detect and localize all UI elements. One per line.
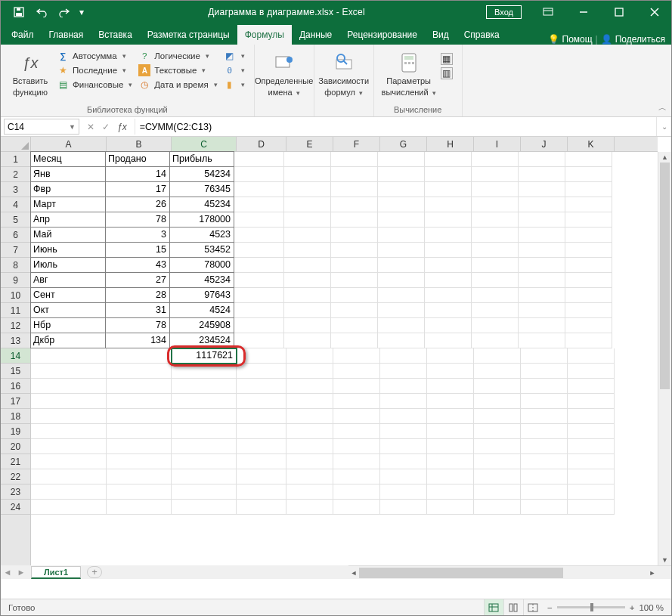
- undo-icon[interactable]: [31, 1, 52, 23]
- cell[interactable]: [333, 394, 380, 409]
- cell[interactable]: 178000: [169, 212, 234, 228]
- row-header[interactable]: 18: [1, 409, 30, 424]
- cell[interactable]: [519, 152, 565, 167]
- cell[interactable]: [472, 152, 519, 167]
- cell[interactable]: [237, 409, 286, 424]
- cell[interactable]: [568, 454, 615, 469]
- cell[interactable]: [427, 364, 474, 379]
- cell[interactable]: 28: [105, 287, 170, 303]
- cell[interactable]: [472, 258, 519, 273]
- redo-icon[interactable]: [54, 1, 75, 23]
- cell[interactable]: [472, 303, 519, 318]
- cell[interactable]: [31, 364, 107, 379]
- cell[interactable]: [378, 167, 425, 182]
- cell[interactable]: Окт: [30, 302, 106, 318]
- vertical-scrollbar[interactable]: ▲ ▼: [658, 152, 671, 565]
- cell[interactable]: [565, 212, 612, 228]
- cell[interactable]: 45234: [169, 272, 234, 288]
- cell[interactable]: [378, 212, 425, 228]
- cell[interactable]: [333, 409, 380, 424]
- cell[interactable]: [333, 469, 380, 484]
- tab-справка[interactable]: Справка: [457, 25, 507, 45]
- row-header[interactable]: 16: [1, 379, 30, 394]
- cell[interactable]: [519, 167, 565, 182]
- cell[interactable]: [107, 348, 172, 364]
- cell[interactable]: [427, 409, 474, 424]
- cell[interactable]: [565, 318, 612, 333]
- cell[interactable]: [427, 484, 474, 500]
- cell[interactable]: [234, 182, 284, 197]
- cell[interactable]: [234, 167, 284, 182]
- cell[interactable]: [427, 454, 474, 469]
- cell[interactable]: 78: [105, 317, 170, 333]
- math-button[interactable]: θ▾: [222, 63, 249, 77]
- cell[interactable]: 76345: [169, 181, 234, 197]
- save-icon[interactable]: [8, 1, 29, 23]
- cell[interactable]: 245908: [169, 317, 234, 333]
- cell[interactable]: [521, 484, 568, 500]
- column-header[interactable]: B: [107, 137, 172, 151]
- qat-dropdown-icon[interactable]: ▾: [76, 1, 87, 23]
- cell[interactable]: Июль: [30, 257, 106, 273]
- cell[interactable]: [286, 348, 333, 364]
- cell[interactable]: [284, 303, 331, 318]
- cell[interactable]: [427, 469, 474, 484]
- cell[interactable]: [565, 182, 612, 197]
- cell[interactable]: [107, 500, 172, 515]
- cell[interactable]: [172, 379, 237, 394]
- cell[interactable]: [331, 333, 378, 348]
- cell[interactable]: [427, 379, 474, 394]
- column-headers[interactable]: ABCDEFGHIJK: [31, 137, 658, 152]
- cell[interactable]: [331, 288, 378, 303]
- cell[interactable]: [107, 364, 172, 379]
- cell[interactable]: [521, 348, 568, 364]
- cell[interactable]: [521, 439, 568, 454]
- cell[interactable]: [331, 228, 378, 243]
- cell[interactable]: [286, 484, 333, 500]
- cell[interactable]: [286, 409, 333, 424]
- cell[interactable]: [521, 424, 568, 439]
- row-header[interactable]: 13: [1, 333, 30, 348]
- cell[interactable]: [380, 394, 427, 409]
- cell[interactable]: Прибыль: [169, 151, 234, 167]
- cell[interactable]: [427, 500, 474, 515]
- cell[interactable]: 97643: [169, 287, 234, 303]
- cell[interactable]: [565, 228, 612, 243]
- row-header[interactable]: 8: [1, 258, 30, 273]
- row-header[interactable]: 6: [1, 228, 30, 243]
- cell[interactable]: [425, 318, 472, 333]
- cell[interactable]: [31, 484, 107, 500]
- cell[interactable]: [284, 318, 331, 333]
- calculation-options-button[interactable]: Параметры вычислений ▾: [379, 48, 439, 104]
- cell[interactable]: Май: [30, 227, 106, 243]
- cell[interactable]: 78000: [169, 257, 234, 273]
- datetime-button[interactable]: ◷Дата и время▾: [137, 78, 221, 91]
- cell[interactable]: [565, 303, 612, 318]
- fx-icon[interactable]: ƒx: [117, 122, 127, 132]
- cell[interactable]: [286, 500, 333, 515]
- cell[interactable]: [284, 258, 331, 273]
- cell[interactable]: [31, 500, 107, 515]
- tab-разметка страницы[interactable]: Разметка страницы: [140, 25, 237, 45]
- cell[interactable]: [472, 318, 519, 333]
- text-button[interactable]: AТекстовые▾: [137, 63, 221, 77]
- recent-functions-button[interactable]: ★Последние▾: [55, 63, 137, 77]
- minimize-button[interactable]: [566, 1, 600, 23]
- cell[interactable]: [378, 288, 425, 303]
- cell[interactable]: [31, 379, 107, 394]
- expand-formula-bar-icon[interactable]: ⌄: [656, 117, 671, 136]
- cell[interactable]: [565, 258, 612, 273]
- cell[interactable]: [472, 182, 519, 197]
- cell[interactable]: [378, 243, 425, 258]
- cell[interactable]: [521, 454, 568, 469]
- autosum-button[interactable]: ∑Автосумма▾: [55, 49, 137, 63]
- cell[interactable]: [521, 409, 568, 424]
- cell[interactable]: [234, 197, 284, 212]
- cell[interactable]: [237, 394, 286, 409]
- cell[interactable]: 45234: [169, 197, 234, 212]
- cell[interactable]: Продано: [105, 151, 170, 167]
- cell[interactable]: 4523: [169, 227, 234, 243]
- zoom-control[interactable]: − + 100 %: [547, 603, 664, 612]
- cell[interactable]: [380, 424, 427, 439]
- cell[interactable]: [427, 424, 474, 439]
